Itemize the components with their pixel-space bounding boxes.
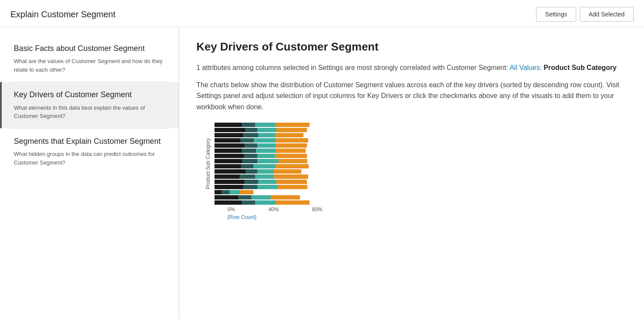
sidebar-item-key-drivers[interactable]: Key Drivers of Customer Segment What ele… — [0, 82, 179, 128]
bar-segment — [278, 185, 307, 189]
bar-segment — [275, 154, 307, 158]
sidebar-item-desc: What hidden groups in the data can predi… — [14, 150, 168, 167]
bar-segment — [245, 128, 257, 132]
bar-row — [215, 200, 309, 205]
bar-segment — [230, 190, 240, 194]
bar-segment — [255, 123, 275, 127]
bar-row — [215, 133, 309, 137]
x-axis-label: 80% — [312, 206, 322, 212]
top-bar-buttons: Settings Add Selected — [536, 7, 634, 22]
main-content: Key Drivers of Customer Segment 1 attrib… — [179, 27, 644, 319]
bar-segment — [215, 180, 244, 184]
bar-segment — [215, 128, 245, 132]
bar-row — [215, 195, 309, 200]
sidebar-item-desc: What are the values of Customer Segment … — [14, 57, 168, 74]
bar-segment — [276, 180, 307, 184]
bar-segment — [276, 128, 307, 132]
bar-segment — [275, 149, 305, 153]
bar-segment — [215, 143, 244, 148]
bar-segment — [240, 190, 253, 194]
bar-segment — [257, 169, 274, 174]
bar-segment — [242, 159, 257, 163]
bar-row — [215, 174, 309, 179]
bar-segment — [275, 200, 309, 205]
bar-row — [215, 190, 309, 194]
desc-bold: Product Sub Category — [544, 64, 617, 71]
desc-blue: All Values: — [510, 64, 544, 71]
bar-segment — [275, 138, 308, 143]
bar-segment — [215, 174, 240, 179]
bar-segment — [240, 174, 255, 179]
bar-row — [215, 143, 309, 148]
chart-x-axis: 0%40%80% — [227, 206, 322, 212]
bar-row — [215, 123, 309, 127]
bar-segment — [215, 159, 242, 163]
page-title: Explain Customer Segment — [10, 10, 115, 19]
sidebar-item-title: Segments that Explain Customer Segment — [14, 136, 168, 146]
chart-x-label: {Row Count} — [227, 214, 256, 220]
bar-segment — [275, 133, 303, 137]
bar-segment — [215, 164, 241, 168]
top-bar: Explain Customer Segment Settings Add Se… — [0, 0, 644, 27]
bar-segment — [253, 164, 276, 168]
bar-segment — [215, 133, 243, 137]
bar-segment — [275, 164, 309, 168]
bar-segment — [256, 149, 276, 153]
bar-segment — [240, 138, 254, 143]
bar-segment — [271, 195, 300, 200]
bar-segment — [244, 143, 257, 148]
bar-segment — [243, 185, 257, 189]
bar-row — [215, 128, 309, 132]
bar-segment — [278, 159, 308, 163]
bar-segment — [257, 159, 278, 163]
bar-segment — [215, 190, 221, 194]
sidebar-item-segments-explain[interactable]: Segments that Explain Customer Segment W… — [0, 129, 179, 174]
bar-segment — [244, 154, 257, 158]
bar-segment — [243, 133, 258, 137]
bar-row — [215, 138, 309, 143]
sidebar-item-title: Basic Facts about Customer Segment — [14, 44, 168, 54]
chart-bars — [215, 123, 309, 205]
bar-segment — [275, 143, 306, 148]
bar-segment — [241, 164, 253, 168]
bar-segment — [275, 123, 309, 127]
settings-button[interactable]: Settings — [536, 7, 576, 22]
bar-row — [215, 164, 309, 168]
bar-segment — [215, 154, 244, 158]
bar-segment — [221, 190, 230, 194]
bar-segment — [242, 149, 256, 153]
bar-segment — [251, 195, 271, 200]
bar-segment — [257, 154, 275, 158]
bar-segment — [215, 138, 240, 143]
desc-part1: 1 attributes among columns selected in S… — [196, 64, 510, 71]
bar-row — [215, 159, 309, 163]
bar-segment — [215, 185, 243, 189]
bar-segment — [242, 200, 255, 205]
bar-segment — [215, 169, 246, 174]
bar-row — [215, 154, 309, 158]
chart-container: Product Sub Category 0%40%80% {Row Count… — [196, 123, 627, 220]
main-title: Key Drivers of Customer Segment — [196, 40, 627, 54]
bar-segment — [274, 169, 301, 174]
bar-segment — [246, 169, 257, 174]
bar-segment — [242, 123, 255, 127]
add-selected-button[interactable]: Add Selected — [580, 7, 634, 22]
bar-segment — [238, 195, 251, 200]
bar-row — [215, 180, 309, 184]
bar-segment — [257, 143, 275, 148]
content-area: Basic Facts about Customer Segment What … — [0, 27, 644, 319]
bar-segment — [258, 180, 276, 184]
bar-segment — [254, 138, 275, 143]
bar-row — [215, 169, 309, 174]
bar-segment — [274, 174, 308, 179]
bar-row — [215, 185, 309, 189]
x-axis-label: 0% — [227, 206, 235, 212]
description-charts: The charts below show the distribution o… — [196, 79, 627, 113]
bar-segment — [244, 180, 258, 184]
bar-segment — [255, 174, 274, 179]
sidebar-item-basic-facts[interactable]: Basic Facts about Customer Segment What … — [0, 36, 179, 82]
bar-segment — [215, 149, 242, 153]
chart-wrapper: Product Sub Category — [205, 123, 309, 205]
bar-segment — [258, 133, 275, 137]
bar-segment — [255, 200, 275, 205]
